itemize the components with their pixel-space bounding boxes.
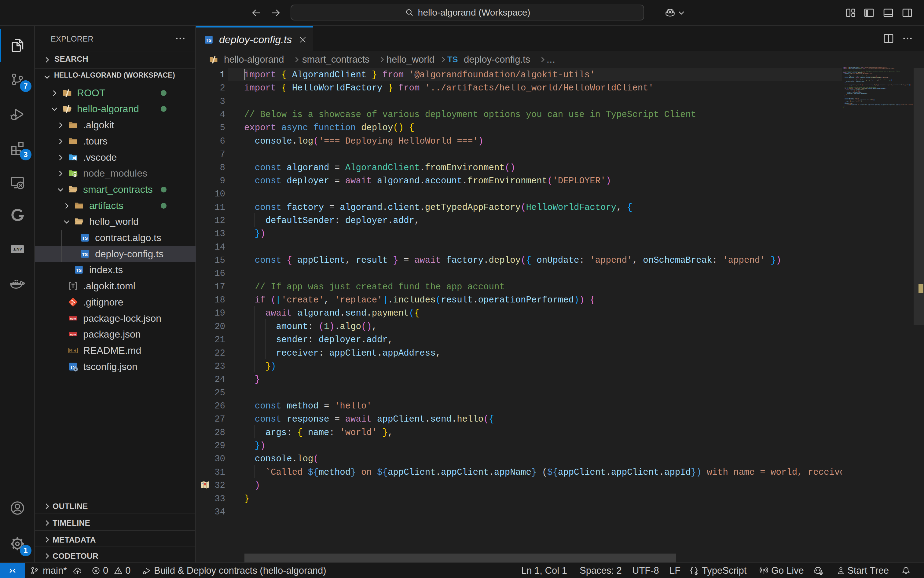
svg-text:npm: npm	[70, 333, 76, 336]
svg-text:JS: JS	[73, 174, 77, 177]
svg-text:TS: TS	[82, 236, 88, 241]
svg-text:TS: TS	[76, 268, 82, 273]
svg-text:TS: TS	[82, 252, 88, 257]
svg-text:TS: TS	[206, 38, 212, 43]
svg-text:npm: npm	[70, 317, 76, 320]
